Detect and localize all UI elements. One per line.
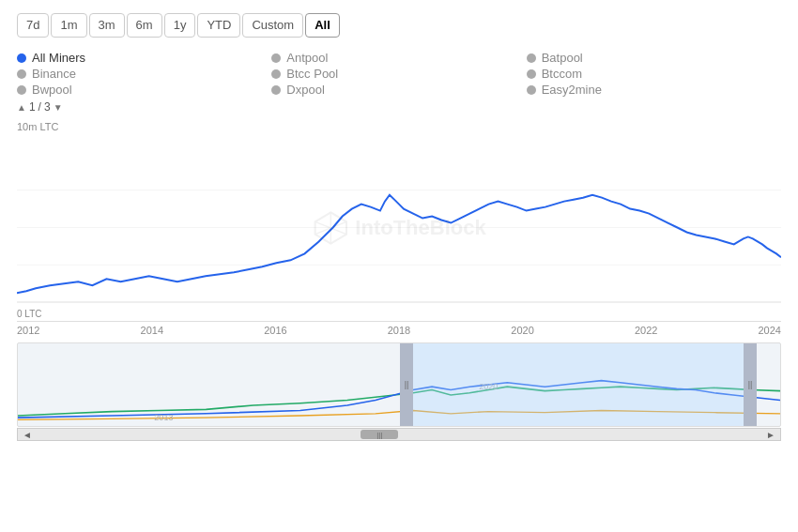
legend-item-bwpool[interactable]: Bwpool (17, 83, 271, 97)
time-btn-1m[interactable]: 1m (51, 13, 86, 38)
pagination-separator: / (38, 100, 41, 114)
svg-text:2013: 2013 (154, 412, 173, 422)
navigator-chart[interactable]: 2013 2020 || || (17, 342, 781, 427)
scroll-left-button[interactable]: ◄ (18, 428, 37, 442)
main-container: 7d1m3m6m1yYTDCustomAll All MinersAntpool… (0, 0, 798, 532)
time-btn-3m[interactable]: 3m (89, 13, 125, 38)
zero-label: 0 LTC (17, 309, 42, 319)
legend-label-btccom: Btccom (542, 67, 582, 81)
chart-svg (17, 134, 781, 321)
navigator-selection[interactable]: || || (405, 343, 752, 426)
time-btn-1y[interactable]: 1y (164, 13, 196, 38)
legend-item-easy2mine[interactable]: Easy2mine (527, 83, 781, 97)
navigator-handle-left[interactable]: || (400, 343, 413, 426)
time-btn-ytd[interactable]: YTD (197, 13, 240, 38)
legend-item-dxpool[interactable]: Dxpool (271, 83, 526, 97)
x-axis-label-2024: 2024 (758, 325, 780, 336)
navigator-handle-right[interactable]: || (744, 343, 757, 426)
legend-dot-btccom (527, 69, 536, 79)
legend-label-antpool: Antpool (286, 51, 328, 65)
time-btn-custom[interactable]: Custom (242, 13, 303, 38)
time-btn-all[interactable]: All (305, 13, 340, 38)
legend-label-binance: Binance (32, 67, 76, 81)
time-btn-7d[interactable]: 7d (17, 13, 49, 38)
chart-area: 10m LTC IntoTheBlock (17, 121, 781, 524)
legend-item-binance[interactable]: Binance (17, 67, 271, 81)
main-chart[interactable]: IntoTheBlock 0 LTC (17, 134, 781, 322)
time-btn-6m[interactable]: 6m (127, 13, 162, 38)
legend-dot-batpool (527, 53, 536, 63)
time-range-controls: 7d1m3m6m1yYTDCustomAll (17, 13, 781, 38)
pagination: ▲ 1 / 3 ▼ (17, 100, 781, 114)
legend-dot-binance (17, 69, 26, 79)
scrollbar[interactable]: ◄ ||| ► (17, 428, 781, 441)
legend-dot-btcc-pool (271, 69, 281, 79)
y-axis-label: 10m LTC (17, 121, 781, 132)
legend-dot-bwpool (17, 85, 26, 95)
legend-item-btcc-pool[interactable]: Btcc Pool (271, 67, 526, 81)
prev-page-button[interactable]: ▲ (17, 102, 26, 113)
legend-dot-dxpool (271, 85, 281, 95)
pagination-total: 3 (44, 100, 51, 114)
legend-label-all-miners: All Miners (32, 51, 85, 65)
scroll-right-button[interactable]: ► (761, 428, 780, 442)
legend-dot-easy2mine (527, 85, 536, 95)
x-axis-label-2022: 2022 (635, 325, 657, 336)
pagination-text: 1 (29, 100, 36, 114)
legend-label-bwpool: Bwpool (32, 83, 72, 97)
legend-label-dxpool: Dxpool (286, 83, 324, 97)
legend-dot-all-miners (17, 53, 26, 63)
legend-item-btccom[interactable]: Btccom (527, 67, 781, 81)
legend-dot-antpool (271, 53, 281, 63)
x-axis: 2012201420162018202020222024 (17, 322, 781, 339)
next-page-button[interactable]: ▼ (54, 102, 63, 113)
legend-item-antpool[interactable]: Antpool (271, 51, 526, 65)
legend-label-batpool: Batpool (542, 51, 583, 65)
x-axis-label-2020: 2020 (511, 325, 533, 336)
x-axis-label-2016: 2016 (264, 325, 286, 336)
legend-label-easy2mine: Easy2mine (542, 83, 602, 97)
x-axis-label-2018: 2018 (388, 325, 410, 336)
legend-item-batpool[interactable]: Batpool (527, 51, 781, 65)
legend-label-btcc-pool: Btcc Pool (286, 67, 338, 81)
x-axis-label-2014: 2014 (141, 325, 163, 336)
x-axis-label-2012: 2012 (17, 325, 39, 336)
legend: All MinersAntpoolBatpoolBinanceBtcc Pool… (17, 51, 781, 97)
legend-item-all-miners[interactable]: All Miners (17, 51, 271, 65)
scroll-thumb[interactable]: ||| (361, 430, 398, 439)
